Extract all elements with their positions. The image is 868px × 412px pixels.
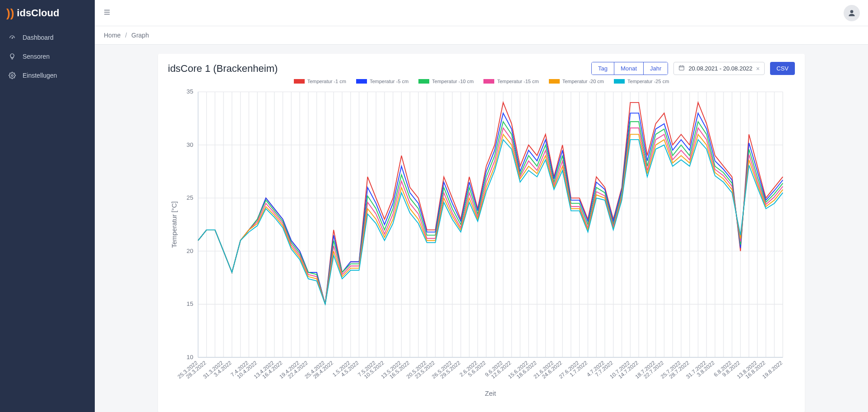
- brand-mark-icon: )): [6, 6, 14, 20]
- sidebar-item-label: Sensoren: [23, 53, 50, 60]
- breadcrumb-home[interactable]: Home: [104, 32, 121, 39]
- sidebar-item-sensors[interactable]: Sensoren: [0, 47, 95, 66]
- legend-label: Temperatur -20 cm: [562, 79, 604, 84]
- legend-label: Temperatur -25 cm: [627, 79, 669, 84]
- legend-swatch: [418, 79, 429, 84]
- range-button-group: Tag Monat Jahr: [591, 62, 668, 75]
- legend-item[interactable]: Temperatur -15 cm: [483, 79, 538, 84]
- svg-text:10: 10: [186, 354, 193, 360]
- sidebar-item-dashboard[interactable]: Dashboard: [0, 28, 95, 47]
- svg-point-1: [11, 75, 13, 76]
- card-header: idsCore 1 (Brackenheim) Tag Monat Jahr 2…: [168, 62, 795, 75]
- user-avatar[interactable]: [844, 5, 860, 21]
- date-range-picker[interactable]: 20.08.2021 - 20.08.2022 ×: [673, 62, 765, 75]
- chart-card: idsCore 1 (Brackenheim) Tag Monat Jahr 2…: [158, 54, 805, 412]
- legend-item[interactable]: Temperatur -5 cm: [356, 79, 408, 84]
- legend-swatch: [549, 79, 560, 84]
- breadcrumb: Home / Graph: [95, 26, 868, 45]
- card-controls: Tag Monat Jahr 20.08.2021 - 20.08.2022 ×…: [591, 62, 795, 75]
- main-column: Home / Graph idsCore 1 (Brackenheim) Tag…: [95, 0, 868, 412]
- legend-swatch: [356, 79, 367, 84]
- sidebar-item-label: Einstellugen: [23, 72, 57, 79]
- chart-container: Temperatur -1 cmTemperatur -5 cmTemperat…: [168, 79, 795, 400]
- legend-label: Temperatur -15 cm: [497, 79, 538, 84]
- chart-svg: 10152025303525.3.202228.3.202231.3.20223…: [168, 86, 795, 400]
- gear-icon: [8, 71, 16, 80]
- legend-swatch: [614, 79, 625, 84]
- legend-label: Temperatur -5 cm: [370, 79, 408, 84]
- legend-label: Temperatur -10 cm: [432, 79, 473, 84]
- legend-swatch: [294, 79, 305, 84]
- legend-item[interactable]: Temperatur -1 cm: [294, 79, 346, 84]
- range-month-button[interactable]: Monat: [614, 62, 643, 75]
- svg-point-5: [850, 10, 854, 13]
- date-range-value: 20.08.2021 - 20.08.2022: [688, 65, 752, 72]
- svg-text:30: 30: [186, 141, 193, 148]
- menu-toggle-icon[interactable]: [103, 8, 111, 18]
- sidebar-nav: Dashboard Sensoren Einstellugen: [0, 26, 95, 85]
- card-title: idsCore 1 (Brackenheim): [168, 63, 278, 75]
- sidebar-item-label: Dashboard: [23, 34, 54, 41]
- content-area: idsCore 1 (Brackenheim) Tag Monat Jahr 2…: [95, 45, 868, 412]
- chart-legend: Temperatur -1 cmTemperatur -5 cmTemperat…: [168, 79, 795, 84]
- svg-rect-6: [679, 66, 684, 70]
- breadcrumb-current: Graph: [131, 32, 149, 39]
- legend-item[interactable]: Temperatur -20 cm: [549, 79, 604, 84]
- svg-text:35: 35: [186, 88, 193, 95]
- brand-name: idsCloud: [17, 7, 59, 19]
- legend-swatch: [483, 79, 494, 84]
- gauge-icon: [8, 33, 16, 42]
- legend-item[interactable]: Temperatur -25 cm: [614, 79, 669, 84]
- topbar: [95, 0, 868, 26]
- svg-text:Temperatur [°C]: Temperatur [°C]: [171, 201, 178, 248]
- svg-text:20: 20: [186, 248, 193, 254]
- brand-logo: )) idsCloud: [0, 0, 95, 26]
- range-day-button[interactable]: Tag: [592, 62, 614, 75]
- calendar-icon: [678, 65, 685, 72]
- legend-item[interactable]: Temperatur -10 cm: [418, 79, 473, 84]
- clear-date-icon[interactable]: ×: [756, 66, 760, 72]
- svg-text:25: 25: [186, 194, 193, 201]
- sidebar-item-settings[interactable]: Einstellugen: [0, 66, 95, 85]
- svg-text:15: 15: [186, 300, 193, 307]
- breadcrumb-separator: /: [125, 32, 127, 39]
- legend-label: Temperatur -1 cm: [307, 79, 346, 84]
- csv-export-button[interactable]: CSV: [770, 62, 795, 75]
- bulb-icon: [8, 52, 16, 61]
- sidebar: )) idsCloud Dashboard Sensoren Einstellu…: [0, 0, 95, 412]
- range-year-button[interactable]: Jahr: [643, 62, 668, 75]
- svg-text:Zeit: Zeit: [485, 390, 496, 397]
